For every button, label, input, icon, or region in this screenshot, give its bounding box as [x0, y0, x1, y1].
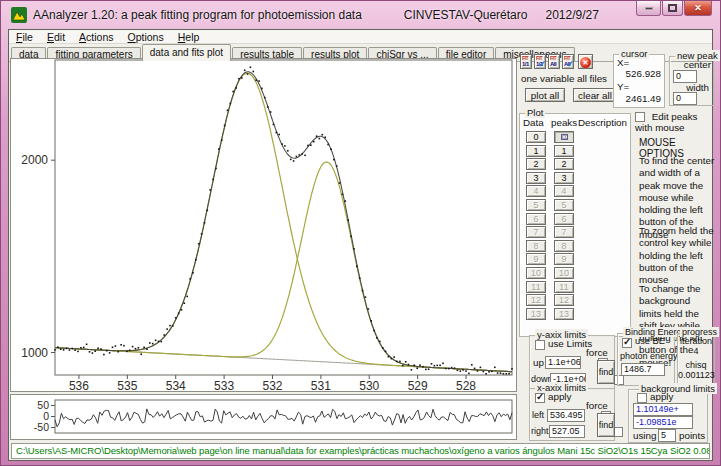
svg-text:536: 536: [69, 379, 89, 391]
plot-data-button-1[interactable]: 1: [526, 145, 546, 157]
plot-data-button-13: 13: [526, 308, 546, 320]
photon-energy-label: photon energy: [620, 351, 678, 361]
progress-group: progress iteration 4 chisq 0.001123: [677, 333, 715, 386]
x-find-button[interactable]: find: [597, 413, 615, 437]
menu-help[interactable]: Help: [171, 31, 207, 43]
background-apply-label: apply: [650, 391, 673, 402]
svg-text:531: 531: [311, 379, 331, 391]
clear-all-button[interactable]: clear all: [573, 88, 617, 102]
menu-edit[interactable]: Edit: [40, 31, 72, 43]
background-limits-group: background limits apply 1.10149e+ -1.098…: [628, 389, 708, 443]
binding-energy-group: Binding Energy use BE photon energy 1486…: [617, 333, 675, 386]
stop-icon: ✕: [580, 57, 591, 68]
plot-data-button-7: 7: [526, 226, 546, 238]
titlebar: AAnalyzer 1.20: a peak fitting program f…: [1, 1, 720, 29]
plot-peaks-button-5: 5: [554, 199, 574, 211]
edit-peaks-checkbox[interactable]: [635, 112, 645, 122]
x-right-label: right: [531, 426, 549, 436]
svg-text:532: 532: [262, 379, 282, 391]
residuals-plot: 500-50: [10, 394, 517, 440]
y-up-label: up: [533, 357, 544, 368]
plot-data-button-4: 4: [526, 185, 546, 197]
plot-peaks-button-2[interactable]: 2: [554, 158, 574, 170]
plot-peaks-button-7: 7: [554, 226, 574, 238]
x-force-label: force: [586, 400, 608, 411]
plot-peaks-button-13: 13: [554, 308, 574, 320]
plot-data-button-10: 10: [526, 267, 546, 279]
maximize-icon: [668, 4, 677, 12]
menu-bar: File Edit Actions Options Help: [9, 30, 712, 44]
use-be-label: use BE: [635, 336, 665, 346]
y-force-label: force: [586, 347, 608, 358]
background-upper-field[interactable]: 1.10149e+: [633, 403, 693, 416]
fit-all-button[interactable]: FIT All: [548, 54, 560, 69]
x-left-field[interactable]: 536.495: [547, 409, 585, 422]
fit-current-button[interactable]: FIT 1/1: [520, 54, 532, 69]
plot-rows: 0 11 22 33 44 55 66 77 88 99 1010 1111 1…: [520, 131, 630, 321]
plot-data-button-3[interactable]: 3: [526, 172, 546, 184]
plot-peaks-button-10: 10: [554, 267, 574, 279]
plot-peaks-button-4: 4: [554, 185, 574, 197]
background-lower-field[interactable]: -1.09851e: [633, 416, 693, 429]
using-points-field[interactable]: 5: [658, 429, 676, 442]
y-find-button[interactable]: find: [597, 360, 615, 384]
one-variable-label: one variable all files: [519, 73, 609, 84]
menu-options[interactable]: Options: [121, 31, 171, 43]
x-apply-checkbox[interactable]: [535, 393, 545, 403]
x-right-field[interactable]: 527.05: [549, 425, 585, 438]
svg-text:2000: 2000: [21, 153, 48, 167]
plot-data-button-12: 12: [526, 294, 546, 306]
plot-data-button-0[interactable]: 0: [526, 131, 546, 143]
maximize-button[interactable]: [662, 1, 683, 16]
plot-peaks-button-1[interactable]: 1: [554, 145, 574, 157]
app-icon: [11, 7, 27, 23]
plot-data-button-2[interactable]: 2: [526, 158, 546, 170]
window-title: AAnalyzer 1.20: a peak fitting program f…: [33, 8, 599, 22]
svg-text:534: 534: [166, 379, 186, 391]
status-bar: C:\Users\AS-MICRO\Desktop\Memoria\web pa…: [11, 443, 710, 459]
y-up-field[interactable]: 1.1e+06: [545, 356, 581, 369]
spectrum-plot[interactable]: 53653553453353253153052952820001000: [10, 58, 517, 392]
plot-peaks-button-3[interactable]: 3: [554, 172, 574, 184]
svg-text:528: 528: [456, 379, 476, 391]
background-apply-checkbox[interactable]: [637, 393, 647, 403]
x-limits-group: x-axix limits apply force left 536.495 r…: [529, 388, 615, 441]
plot-all-button[interactable]: plot all: [525, 88, 565, 102]
plot-peaks-button-0[interactable]: [554, 131, 574, 143]
x-left-label: left: [532, 410, 544, 420]
plot-peaks-button-12: 12: [554, 294, 574, 306]
plot-data-button-6: 6: [526, 213, 546, 225]
photon-energy-field[interactable]: 1486.7: [621, 363, 665, 376]
plot-data-button-5: 5: [526, 199, 546, 211]
stop-fit-button[interactable]: ✕: [578, 54, 593, 69]
control-panel: FIT 1/1 FIT 1/1 ✓ FIT All FIT All ✓ ✕ on…: [517, 51, 715, 445]
use-y-limits-checkbox[interactable]: [535, 340, 545, 350]
cursor-x-value: 526.928: [626, 68, 661, 79]
points-label: points: [679, 430, 705, 441]
mouse-help-2: To zoom held the control key while holdi…: [639, 225, 715, 286]
fit-all-checked-button[interactable]: FIT All ✓: [562, 54, 574, 69]
file-path: C:\Users\AS-MICRO\Desktop\Memoria\web pa…: [16, 445, 710, 456]
check-icon: ✓: [566, 59, 574, 69]
close-button[interactable]: ✕: [684, 1, 712, 16]
client-area: File Edit Actions Options Help data fitt…: [8, 29, 713, 461]
menu-file[interactable]: File: [9, 31, 40, 43]
tab-data-and-fits-plot[interactable]: data and fits plot: [142, 44, 231, 61]
cursor-group: cursor X= 526.928 Y= 2461.49: [613, 54, 665, 108]
use-be-checkbox[interactable]: [622, 338, 632, 348]
new-peak-width-field[interactable]: 0: [673, 92, 697, 105]
cursor-y-label: Y=: [617, 81, 629, 92]
chisq-value: 0.001123: [678, 370, 714, 380]
minimize-icon: [645, 7, 653, 10]
new-peak-center-label: center: [670, 59, 711, 70]
x-apply-label: apply: [548, 391, 571, 402]
edit-peaks-row: Edit peaks with mouse: [635, 111, 715, 133]
plot-data-button-11: 11: [526, 281, 546, 293]
minimize-button[interactable]: [636, 1, 661, 16]
plot-peaks-button-6: 6: [554, 213, 574, 225]
svg-text:529: 529: [408, 379, 428, 391]
menu-actions[interactable]: Actions: [72, 31, 120, 43]
plot-data-button-9: 9: [526, 253, 546, 265]
fit-current-checked-button[interactable]: FIT 1/1 ✓: [534, 54, 546, 69]
check-icon: ✓: [538, 59, 546, 69]
